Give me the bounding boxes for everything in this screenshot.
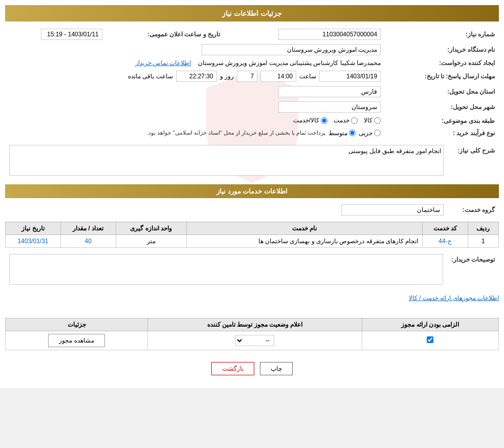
delivery-province-input[interactable] <box>278 86 381 97</box>
cell-name: انجام کارهای متفرقه درخصوص بازسازی و بهس… <box>186 234 422 247</box>
announce-date-value <box>5 27 106 42</box>
buyer-notes-label: توصیحات خریدار: <box>447 252 499 288</box>
days-label: روز و <box>220 73 234 80</box>
table-row: 1 ج-44 انجام کارهای متفرقه درخصوص بازساز… <box>6 234 499 247</box>
view-license-button[interactable]: مشاهده مجوز <box>48 334 104 347</box>
services-header-text: اطلاعات خدمات مورد نیاز <box>216 187 288 195</box>
service-group-input[interactable] <box>341 204 444 216</box>
need-desc-label: شرح کلی نیاز: <box>448 143 499 179</box>
buyer-notes-table: توصیحات خریدار: <box>5 252 499 288</box>
page-header: جزئیات اطلاعات نیاز <box>5 5 499 22</box>
buyer-name-input[interactable] <box>202 44 381 55</box>
category-kala[interactable]: کالا <box>364 117 381 124</box>
send-deadline-value: ساعت روز و ساعت باقی مانده <box>5 69 385 84</box>
permission-row: -- تایید شده رد شده در انتظار مشاهده مجو… <box>6 331 499 350</box>
permissions-table: الزامی بودن ارائه مجوز اعلام وضعیت مجوز … <box>5 318 499 350</box>
page-wrapper: جزئیات اطلاعات نیاز ana tender شماره نیا… <box>0 0 504 388</box>
need-number-label: شماره نیاز: <box>385 27 499 42</box>
process-type-label: نوع فرآیند خرید : <box>385 127 499 139</box>
perm-status: -- تایید شده رد شده در انتظار <box>148 331 362 350</box>
print-button[interactable]: چاپ <box>260 362 293 375</box>
delivery-city-label: شهر محل تحویل: <box>385 99 499 115</box>
announce-date-input[interactable] <box>41 29 102 40</box>
services-table: ردیف کد خدمت نام خدمت واحد اندازه گیری ت… <box>5 222 499 248</box>
service-group-table: گروه خدمت: <box>5 202 499 218</box>
category-kala-khedmat[interactable]: کالا/خدمت <box>293 117 327 124</box>
cell-qty: 40 <box>60 234 116 247</box>
category-radio-group: کالا خدمت کالا/خدمت <box>293 117 381 124</box>
required-checkbox[interactable] <box>427 336 433 343</box>
col-row: ردیف <box>468 222 498 234</box>
need-number-value <box>224 27 385 42</box>
back-button[interactable]: بازگشت <box>211 362 254 375</box>
cell-date: 1403/01/31 <box>6 234 61 247</box>
buyer-notes-textarea[interactable] <box>9 254 443 285</box>
send-deadline-label: مهلت ارسال پاسخ: تا تاریخ: <box>385 69 499 84</box>
perm-details: مشاهده مجوز <box>6 331 148 350</box>
service-group-value <box>5 202 448 218</box>
page-title: جزئیات اطلاعات نیاز <box>222 9 282 17</box>
contact-info-link[interactable]: اطلاعات تماس خریدار <box>135 59 191 67</box>
col-qty: تعداد / مقدار <box>60 222 116 234</box>
delivery-province-value <box>5 84 385 99</box>
deadline-date-input[interactable] <box>319 71 381 82</box>
category-khedmat[interactable]: خدمت <box>334 117 358 124</box>
perm-col-status: اعلام وضعیت مجوز توسط تامین کننده <box>148 318 362 331</box>
requester-value: محمدرضا شکیبا کارشناس پشتیبانی مدیریت ام… <box>5 57 385 69</box>
col-date: تاریخ نیاز <box>6 222 61 234</box>
col-unit: واحد اندازه گیری <box>116 222 186 234</box>
need-description-textarea[interactable]: انجام امور متفرقه طبق فایل پیوستی <box>9 145 444 176</box>
time-label: ساعت <box>299 73 316 80</box>
process-note: پرداخت تمام یا بخشی از مبلغ خریدار از مح… <box>146 130 325 136</box>
delivery-city-input[interactable] <box>278 101 381 113</box>
process-jozi[interactable]: جزیی <box>359 130 381 137</box>
buyer-name-label: نام دستگاه خریدار: <box>385 42 499 57</box>
cell-row: 1 <box>468 234 498 247</box>
info-table: شماره نیاز: تاریخ و ساعت اعلان عمومی: نا… <box>5 27 499 139</box>
process-motavaset[interactable]: متوسط <box>328 130 356 137</box>
process-type-value: جزیی متوسط پرداخت تمام یا بخشی از مبلغ خ… <box>5 127 385 139</box>
licenses-link[interactable]: اطلاعات مجوزهای ارائه خدمت / کالا <box>5 292 499 304</box>
perm-required <box>362 331 498 350</box>
buyer-name-value <box>5 42 385 57</box>
buyer-notes-value <box>5 252 447 288</box>
cell-unit: متر <box>116 234 186 247</box>
services-section-header: اطلاعات خدمات مورد نیاز <box>5 184 499 198</box>
col-code: کد خدمت <box>423 222 468 234</box>
need-number-input[interactable] <box>278 29 381 40</box>
remaining-label: ساعت باقی مانده <box>128 73 173 80</box>
footer-buttons: چاپ بازگشت <box>5 354 499 383</box>
need-desc-value: انجام امور متفرقه طبق فایل پیوستی <box>5 143 448 179</box>
delivery-city-value <box>5 99 385 115</box>
announce-date-label: تاریخ و ساعت اعلان عمومی: <box>106 27 224 42</box>
status-select[interactable]: -- تایید شده رد شده در انتظار <box>235 335 274 346</box>
service-group-label: گروه خدمت: <box>448 202 499 218</box>
need-description-table: شرح کلی نیاز: انجام امور متفرقه طبق فایل… <box>5 143 499 179</box>
cell-code: ج-44 <box>423 234 468 247</box>
requester-text: محمدرضا شکیبا کارشناس پشتیبانی مدیریت ام… <box>198 59 381 67</box>
col-name: نام خدمت <box>186 222 422 234</box>
perm-col-details: جزئیات <box>6 318 148 331</box>
delivery-province-label: استان محل تحویل: <box>385 84 499 99</box>
deadline-days-input[interactable] <box>237 71 257 82</box>
perm-col-required: الزامی بودن ارائه مجوز <box>362 318 498 331</box>
remaining-time-input[interactable] <box>176 71 217 82</box>
deadline-time-input[interactable] <box>260 71 296 82</box>
requester-label: ایجاد کننده درخواست: <box>385 57 499 69</box>
category-value: کالا خدمت کالا/خدمت <box>5 115 385 127</box>
category-label: طبقه بندی موضوعی: <box>385 115 499 127</box>
